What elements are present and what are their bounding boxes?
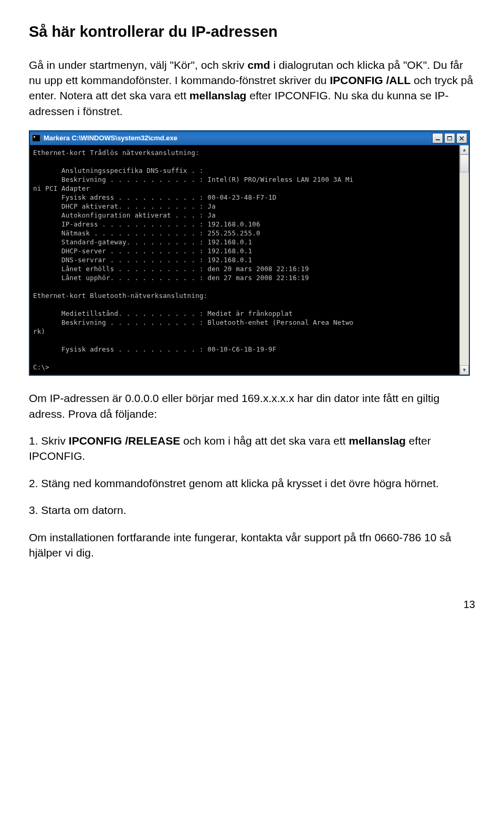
cmd-line: rk) xyxy=(33,327,45,335)
scrollbar[interactable]: ▲ ▼ xyxy=(459,145,469,375)
text-bold: IPCONFIG /RELEASE xyxy=(69,435,180,447)
paragraph-support: Om installationen fortfarande inte funge… xyxy=(29,530,475,561)
cmd-line: Fysisk adress . . . . . . . . . . : 00-1… xyxy=(61,345,276,353)
cmd-line: Lånet upphör. . . . . . . . . . . : den … xyxy=(61,274,309,282)
step-2: 2. Stäng ned kommandofönstret genom att … xyxy=(29,476,475,491)
scroll-up-button[interactable]: ▲ xyxy=(460,145,469,155)
cmd-line: Nätmask . . . . . . . . . . . . . : 255.… xyxy=(61,229,260,237)
cmd-window: Markera C:\WINDOWS\system32\cmd.exe ✕ Et… xyxy=(29,130,470,376)
cmd-line: Anslutningsspecifika DNS-suffix . : xyxy=(61,167,203,174)
cmd-line: IP-adress . . . . . . . . . . . . : 192.… xyxy=(61,220,260,228)
cmd-line: DHCP aktiverat. . . . . . . . . . : Ja xyxy=(61,202,216,210)
cmd-titlebar: Markera C:\WINDOWS\system32\cmd.exe ✕ xyxy=(30,131,469,145)
cmd-line: Ethernet-kort Bluetooth-nätverksanslutni… xyxy=(33,292,207,300)
scroll-track[interactable] xyxy=(460,155,469,365)
step-1: 1. Skriv IPCONFIG /RELEASE och kom i håg… xyxy=(29,433,475,464)
paragraph-1: Gå in under startmenyn, välj "Kör", och … xyxy=(29,57,475,119)
cmd-line: Ethernet-kort Trådlös nätverksanslutning… xyxy=(33,149,200,157)
cmd-line: Autokonfiguration aktiverat . . . : Ja xyxy=(61,211,216,219)
window-buttons: ✕ xyxy=(432,133,467,143)
text: och kom i håg att det ska vara ett xyxy=(180,435,349,447)
paragraph-2: Om IP-adressen är 0.0.0.0 eller börjar m… xyxy=(29,390,475,421)
scroll-thumb[interactable] xyxy=(460,155,469,172)
text: Gå in under startmenyn, välj "Kör", och … xyxy=(29,59,247,71)
cmd-line: Lånet erhölls . . . . . . . . . . : den … xyxy=(61,265,309,273)
text-bold: cmd xyxy=(247,59,270,71)
page-number: 13 xyxy=(29,597,475,612)
cmd-line: ni PCI Adapter xyxy=(33,184,90,192)
cmd-line: Beskrivning . . . . . . . . . . . : Blue… xyxy=(61,318,353,326)
cmd-line: Standard-gateway. . . . . . . . . : 192.… xyxy=(61,238,252,246)
cmd-line: DNS-servrar . . . . . . . . . . . : 192.… xyxy=(61,256,252,264)
scroll-down-button[interactable]: ▼ xyxy=(460,365,469,375)
cmd-app-icon xyxy=(32,135,40,142)
text: 1. Skriv xyxy=(29,435,69,447)
cmd-line: Medietillstånd. . . . . . . . . . : Medi… xyxy=(61,310,292,317)
cmd-line: Fysisk adress . . . . . . . . . . : 00-0… xyxy=(61,193,276,201)
cmd-line: Beskrivning . . . . . . . . . . . : Inte… xyxy=(61,176,353,183)
cmd-prompt: C:\> xyxy=(33,363,49,371)
text-bold: mellanslag xyxy=(349,435,406,447)
text-bold: IPCONFIG /ALL xyxy=(330,74,411,86)
maximize-button[interactable] xyxy=(444,133,455,143)
cmd-window-title: Markera C:\WINDOWS\system32\cmd.exe xyxy=(44,133,432,143)
page-title: Så här kontrollerar du IP-adressen xyxy=(29,21,475,43)
cmd-output: Ethernet-kort Trådlös nätverksanslutning… xyxy=(30,145,459,375)
cmd-line: DHCP-server . . . . . . . . . . . : 192.… xyxy=(61,247,252,255)
step-3: 3. Starta om datorn. xyxy=(29,502,475,518)
close-button[interactable]: ✕ xyxy=(456,133,467,143)
minimize-button[interactable] xyxy=(432,133,443,143)
text-bold: mellanslag xyxy=(190,89,247,101)
